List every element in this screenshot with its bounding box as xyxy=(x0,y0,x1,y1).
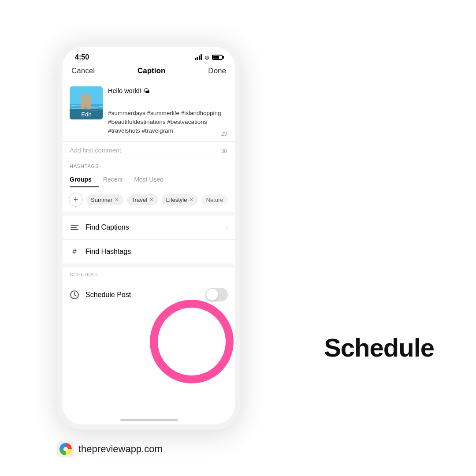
footer: thepreviewapp.com xyxy=(57,441,163,457)
phone-screen: 4:50 ⊜ Cancel Caption xyxy=(63,47,235,424)
chip-travel[interactable]: Travel ✕ xyxy=(127,194,158,205)
logo-svg xyxy=(57,441,74,457)
page-title: Caption xyxy=(138,67,165,75)
captions-icon xyxy=(70,223,79,232)
chevron-right-icon: › xyxy=(226,223,228,231)
caption-line1: Hello world! 🌤 xyxy=(108,86,228,95)
schedule-section-label: SCHEDULE xyxy=(63,268,235,281)
comment-char-count: 30 xyxy=(221,148,227,154)
hashtag-tabs: Groups Recent Most Used xyxy=(63,172,235,187)
find-captions-row[interactable]: Find Captions › xyxy=(63,216,235,240)
phone-body: 4:50 ⊜ Cancel Caption xyxy=(57,42,240,430)
caption-hashtags: #summerdays #summerlife #islandhopping #… xyxy=(108,109,228,136)
hashtags-section-label: HASHTAGS xyxy=(63,159,235,172)
status-time: 4:50 xyxy=(75,53,89,61)
chip-nature-label: Nature xyxy=(206,197,223,203)
plus-icon: + xyxy=(74,196,78,204)
footer-url: thepreviewapp.com xyxy=(78,443,163,455)
schedule-row: Schedule Post xyxy=(63,281,235,309)
edit-label[interactable]: Edit xyxy=(70,109,103,119)
lines-icon xyxy=(71,225,78,230)
find-hashtags-row[interactable]: # Find Hashtags xyxy=(63,240,235,264)
home-indicator xyxy=(120,419,178,421)
add-hashtag-group-button[interactable]: + xyxy=(69,193,83,207)
hashtag-chips: + Summer ✕ Travel ✕ Lifestyle ✕ xyxy=(63,187,235,212)
section-divider-2 xyxy=(63,264,235,268)
wifi-icon: ⊜ xyxy=(205,54,209,61)
signal-icon xyxy=(195,55,202,60)
battery-icon xyxy=(212,55,223,60)
chip-lifestyle-label: Lifestyle xyxy=(166,197,187,203)
phone-mockup: 4:50 ⊜ Cancel Caption xyxy=(57,42,240,430)
chip-travel-remove[interactable]: ✕ xyxy=(149,197,154,203)
chip-summer-label: Summer xyxy=(91,197,112,203)
hash-symbol: # xyxy=(72,247,76,256)
done-button[interactable]: Done xyxy=(208,67,226,75)
svg-point-10 xyxy=(63,447,68,451)
caption-char-count: 23 xyxy=(221,131,227,137)
schedule-left: Schedule Post xyxy=(70,290,131,300)
caption-line2: – xyxy=(108,97,228,106)
schedule-word-label: Schedule xyxy=(324,333,434,362)
app-logo xyxy=(57,441,74,457)
find-hashtags-left: # Find Hashtags xyxy=(70,247,131,257)
cancel-button[interactable]: Cancel xyxy=(71,67,95,75)
comment-area[interactable]: Add first comment 30 xyxy=(63,142,235,159)
svg-line-7 xyxy=(74,295,76,296)
status-bar: 4:50 ⊜ xyxy=(63,47,235,65)
schedule-post-label: Schedule Post xyxy=(86,291,131,299)
clock-icon xyxy=(70,290,79,300)
find-captions-label: Find Captions xyxy=(86,223,129,231)
chip-lifestyle[interactable]: Lifestyle ✕ xyxy=(162,194,198,205)
nav-bar: Cancel Caption Done xyxy=(63,65,235,80)
tab-most-used[interactable]: Most Used xyxy=(134,172,171,187)
chip-lifestyle-remove[interactable]: ✕ xyxy=(189,197,193,203)
caption-area: Edit Hello world! 🌤 – #summerdays #summe… xyxy=(63,80,235,142)
find-hashtags-label: Find Hashtags xyxy=(86,248,131,256)
chip-summer-remove[interactable]: ✕ xyxy=(115,197,119,203)
chip-summer[interactable]: Summer ✕ xyxy=(86,194,123,205)
section-divider xyxy=(63,212,235,216)
tab-groups[interactable]: Groups xyxy=(70,172,99,187)
hashtags-section: HASHTAGS Groups Recent Most Used + Summe… xyxy=(63,159,235,212)
caption-image[interactable]: Edit xyxy=(70,86,103,119)
schedule-section: SCHEDULE Schedule Post xyxy=(63,268,235,309)
hashtag-icon: # xyxy=(70,247,79,257)
chip-travel-label: Travel xyxy=(131,197,147,203)
comment-placeholder: Add first comment xyxy=(70,147,121,154)
tab-recent[interactable]: Recent xyxy=(103,172,130,187)
schedule-toggle[interactable] xyxy=(205,288,228,301)
status-icons: ⊜ xyxy=(195,54,223,61)
caption-text[interactable]: Hello world! 🌤 – #summerdays #summerlife… xyxy=(103,86,228,135)
toggle-knob xyxy=(206,289,218,301)
find-captions-left: Find Captions xyxy=(70,223,129,232)
chip-nature[interactable]: Nature xyxy=(201,194,227,205)
clock-svg xyxy=(70,290,79,300)
